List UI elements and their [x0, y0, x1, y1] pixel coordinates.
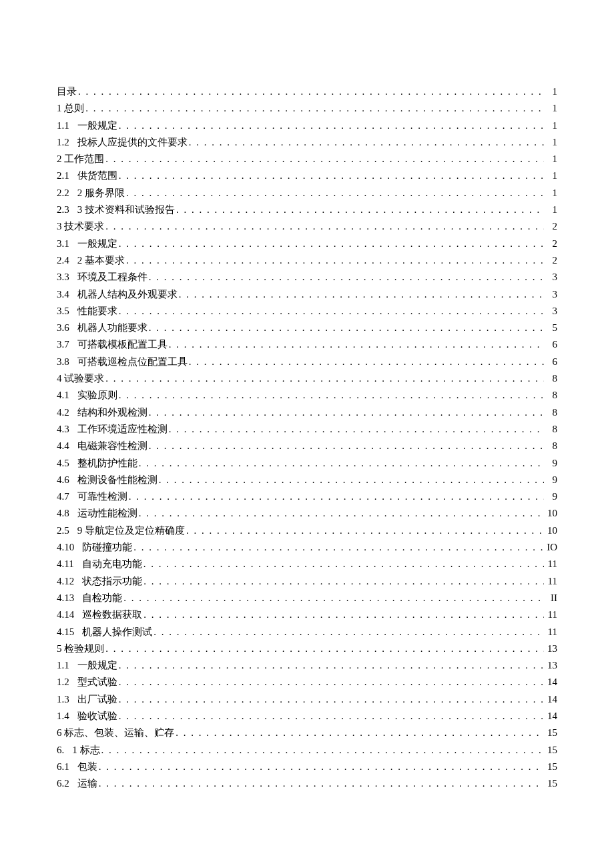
toc-leader-dots [168, 340, 544, 350]
toc-entry: 6 标志、包装、运输、贮存15 [57, 728, 557, 738]
toc-number: 4.2 [57, 408, 69, 418]
toc-page-number: 15 [544, 728, 557, 738]
toc-number: 3.4 [57, 290, 69, 300]
toc-page-number: 9 [544, 475, 557, 485]
toc-entry: 4.2结构和外观检测8 [57, 408, 557, 418]
toc-title: 环境及工程条件 [69, 272, 147, 282]
toc-number: 4.3 [57, 424, 69, 434]
toc-page-number: 8 [544, 424, 557, 434]
toc-title: 机器人结构及外观要求 [69, 290, 178, 300]
toc-title: 3 技术要求 [57, 222, 104, 232]
toc-number: 4.10 [57, 542, 74, 552]
toc-page-number: 1 [544, 171, 557, 181]
toc-title: 1 标志 [64, 745, 99, 755]
toc-entry: 4.12状态指示功能11 [57, 576, 557, 586]
toc-page-number: 1 [544, 205, 557, 215]
toc-page-number: 8 [544, 374, 557, 384]
toc-number: 4.7 [57, 492, 69, 502]
toc-title: 包装 [69, 762, 97, 772]
toc-page-number: 1 [544, 137, 557, 147]
toc-entry: 2.42 基本要求2 [57, 256, 557, 266]
toc-leader-dots [104, 644, 544, 654]
toc-title: 4 试验要求 [57, 374, 104, 384]
toc-page-number: 11 [544, 627, 557, 637]
toc-title: 6 标志、包装、运输、贮存 [57, 728, 174, 738]
toc-page-number: 11 [544, 610, 557, 620]
toc-entry: 4.7可靠性检测9 [57, 492, 557, 502]
toc-title: 可搭载模板配置工具 [69, 340, 168, 350]
toc-entry: 1.1一般规定1 [57, 121, 557, 131]
toc-entry: 4 试验要求8 [57, 374, 557, 384]
toc-number: 2.4 [57, 256, 69, 266]
toc-title: 结构和外观检测 [69, 408, 147, 418]
toc-leader-dots [132, 542, 544, 552]
toc-leader-dots [125, 188, 544, 198]
toc-entry: 4.4电磁兼容性检测8 [57, 441, 557, 451]
toc-title: 实验原则 [69, 390, 117, 400]
toc-leader-dots [122, 593, 544, 603]
toc-number: 4.12 [57, 576, 74, 586]
toc-page-number: 10 [544, 526, 557, 536]
toc-leader-dots [77, 87, 544, 97]
toc-page-number: 2 [544, 239, 557, 249]
toc-entry: 4.15机器人操作测试11 [57, 627, 557, 637]
toc-leader-dots [84, 103, 544, 113]
toc-page-number: 14 [544, 711, 557, 721]
toc-leader-dots [142, 610, 544, 620]
toc-page-number: 11 [544, 559, 557, 569]
toc-entry: 4.10防碰撞功能IO [57, 542, 557, 552]
toc-page-number: 8 [544, 408, 557, 418]
toc-title: 自检功能 [74, 593, 122, 603]
toc-entry: 4.8运动性能检测10 [57, 508, 557, 518]
toc-title: 一般规定 [69, 239, 117, 249]
toc-title: 巡检数据获取 [74, 610, 142, 620]
toc-number: 4.11 [57, 559, 74, 569]
toc-number: 1.3 [57, 695, 69, 705]
toc-page-number: II [544, 593, 557, 603]
toc-number: 2.5 [57, 526, 69, 536]
toc-entry: 2.22 服务界限1 [57, 188, 557, 198]
toc-title: 出厂试验 [69, 695, 117, 705]
toc-number: 1.1 [57, 121, 69, 131]
toc-leader-dots [147, 323, 544, 333]
toc-leader-dots [188, 137, 544, 147]
toc-title: 2 基本要求 [69, 256, 125, 266]
toc-title: 供货范围 [69, 171, 117, 181]
table-of-contents: 目录11 总则11.1一般规定11.2投标人应提供的文件要求12 工作范围12.… [57, 87, 557, 789]
toc-leader-dots [142, 559, 544, 569]
toc-leader-dots [158, 475, 544, 485]
toc-leader-dots [117, 695, 544, 705]
toc-entry: 3.6机器人功能要求5 [57, 323, 557, 333]
toc-page-number: 5 [544, 323, 557, 333]
toc-entry: 3.1一般规定2 [57, 239, 557, 249]
toc-number: 1.1 [57, 661, 69, 671]
toc-leader-dots [175, 205, 544, 215]
toc-leader-dots [147, 272, 544, 282]
toc-number: 4.6 [57, 475, 69, 485]
toc-leader-dots [137, 458, 544, 468]
toc-title: 防碰撞功能 [74, 542, 132, 552]
toc-page-number: 1 [544, 154, 557, 164]
toc-title: 型式试验 [69, 677, 117, 687]
toc-leader-dots [137, 508, 544, 518]
toc-number: 6. [57, 745, 64, 755]
toc-title: 2 工作范围 [57, 154, 104, 164]
toc-page-number: 6 [544, 357, 557, 367]
toc-leader-dots [174, 728, 544, 738]
toc-number: 4.4 [57, 441, 69, 451]
toc-entry: 2 工作范围1 [57, 154, 557, 164]
toc-number: 4.14 [57, 610, 74, 620]
toc-entry: 6.1 标志15 [57, 745, 557, 755]
toc-number: 4.1 [57, 390, 69, 400]
toc-page-number: 8 [544, 390, 557, 400]
toc-entry: 4.11自动充电功能11 [57, 559, 557, 569]
toc-title: 自动充电功能 [74, 559, 142, 569]
toc-entry: 3 技术要求2 [57, 222, 557, 232]
toc-page-number: 1 [544, 87, 557, 97]
toc-page-number: 11 [544, 576, 557, 586]
toc-title: 目录 [57, 87, 77, 97]
toc-number: 4.15 [57, 627, 74, 637]
toc-leader-dots [127, 492, 544, 502]
toc-entry: 1.2型式试验14 [57, 677, 557, 687]
toc-leader-dots [185, 526, 544, 536]
